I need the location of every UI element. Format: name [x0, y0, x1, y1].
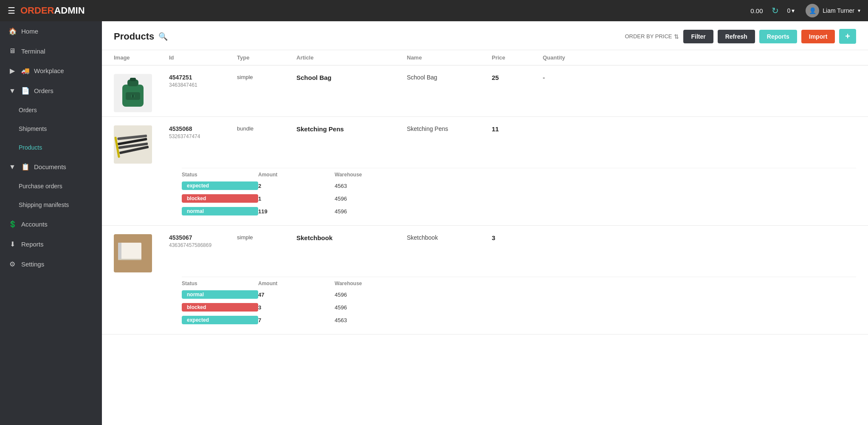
app-logo: ORDERADMIN — [20, 5, 85, 16]
stock-warehouse: 4596 — [335, 292, 411, 298]
product-subid: 53263747474 — [169, 133, 237, 139]
col-price: Price — [492, 54, 543, 61]
orders-expand-icon: ▼ — [8, 87, 16, 95]
expand-icon: ▶ — [8, 67, 16, 75]
stock-warehouse: 4596 — [335, 208, 411, 215]
svg-rect-14 — [118, 243, 121, 260]
product-type: bundle — [237, 125, 296, 132]
stock-col-warehouse: Warehouse — [335, 172, 411, 178]
product-article: Sketchbook — [296, 234, 407, 241]
product-quantity: - — [543, 74, 856, 82]
add-product-button[interactable]: + — [839, 29, 856, 44]
sidebar-item-shipments[interactable]: Shipments — [0, 119, 102, 138]
order-by-price-button[interactable]: ORDER BY PRICE ⇅ — [625, 33, 679, 40]
stock-rows: Status Amount Warehouse normal 47 4596 b… — [114, 277, 856, 334]
product-main-row: 4547251 3463847461 simple School Bag Sch… — [114, 65, 856, 116]
table-row: 4535068 53263747474 bundle Sketching Pen… — [102, 117, 868, 226]
stock-amount: 119 — [258, 208, 335, 215]
hamburger-icon[interactable]: ☰ — [8, 6, 15, 16]
product-article: School Bag — [296, 74, 407, 81]
stock-col-warehouse: Warehouse — [335, 280, 411, 286]
stock-col-amount: Amount — [258, 280, 335, 286]
product-subid: 3463847461 — [169, 82, 237, 88]
sidebar-item-label: Settings — [21, 261, 44, 268]
terminal-icon: 🖥 — [8, 47, 16, 55]
sidebar-item-accounts[interactable]: 💲 Accounts — [0, 214, 102, 234]
notifications-button[interactable]: 0 ▾ — [787, 7, 795, 14]
sidebar-item-documents[interactable]: ▼ 📋 Documents — [0, 157, 102, 177]
status-badge: normal — [182, 207, 258, 215]
col-article: Article — [296, 54, 407, 61]
app-body: 🏠 Home 🖥 Terminal ▶ 🚚 Workplace ▼ 📄 Orde… — [0, 21, 868, 425]
product-image — [114, 74, 152, 112]
table-row: 4535067 436367457586869 simple Sketchboo… — [102, 226, 868, 334]
svg-rect-2 — [130, 78, 136, 81]
settings-icon: ⚙ — [8, 260, 16, 268]
product-name: School Bag — [407, 74, 492, 81]
reports-icon: ⬇ — [8, 240, 16, 248]
sidebar: 🏠 Home 🖥 Terminal ▶ 🚚 Workplace ▼ 📄 Orde… — [0, 21, 102, 425]
filter-lines-icon: ⇅ — [674, 33, 679, 40]
stock-col-status: Status — [182, 280, 258, 286]
col-type: Type — [237, 54, 296, 61]
product-image — [114, 234, 152, 272]
product-name: Sketchbook — [407, 234, 492, 241]
filter-button[interactable]: Filter — [683, 30, 713, 43]
svg-rect-13 — [118, 243, 141, 260]
product-id: 4535068 — [169, 125, 237, 132]
import-button[interactable]: Import — [801, 30, 835, 43]
sidebar-item-workplace[interactable]: ▶ 🚚 Workplace — [0, 61, 102, 81]
stock-rows: Status Amount Warehouse expected 2 4563 … — [114, 168, 856, 225]
status-badge: blocked — [182, 303, 258, 312]
documents-expand-icon: ▼ — [8, 163, 16, 171]
stock-amount: 47 — [258, 292, 335, 298]
product-main-row: 4535067 436367457586869 simple Sketchboo… — [114, 226, 856, 277]
product-id-block: 4547251 3463847461 — [169, 74, 237, 88]
stock-warehouse: 4596 — [335, 196, 411, 202]
sidebar-item-shipping-manifests[interactable]: Shipping manifests — [0, 196, 102, 214]
product-image — [114, 125, 152, 164]
refresh-button[interactable]: Refresh — [718, 30, 755, 43]
stock-row: normal 119 4596 — [182, 205, 856, 218]
sidebar-item-label: Orders — [34, 87, 54, 94]
product-main-row: 4535068 53263747474 bundle Sketching Pen… — [114, 117, 856, 168]
col-id: Id — [169, 54, 237, 61]
user-menu[interactable]: 👤 Liam Turner ▾ — [806, 4, 860, 17]
stock-amount: 7 — [258, 317, 335, 323]
main-content: Products 🔍 ORDER BY PRICE ⇅ Filter Refre… — [102, 21, 868, 425]
col-image: Image — [114, 54, 169, 61]
sidebar-item-settings[interactable]: ⚙ Settings — [0, 254, 102, 274]
product-price: 25 — [492, 74, 543, 81]
stock-row: blocked 3 4596 — [182, 301, 856, 314]
sidebar-item-label: Products — [19, 144, 42, 151]
sidebar-item-home[interactable]: 🏠 Home — [0, 21, 102, 41]
sidebar-item-label: Orders — [19, 107, 37, 113]
stock-warehouse: 4596 — [335, 304, 411, 311]
truck-icon: 🚚 — [21, 67, 29, 75]
table-header: Image Id Type Article Name Price Quantit… — [102, 50, 868, 65]
sidebar-item-orders-sub[interactable]: Orders — [0, 101, 102, 119]
status-badge: blocked — [182, 194, 258, 203]
sidebar-item-label: Accounts — [21, 221, 48, 228]
topnav-refresh-icon[interactable]: ↻ — [772, 6, 779, 16]
stock-warehouse: 4563 — [335, 317, 411, 323]
topnav: ☰ ORDERADMIN 0.00 ↻ 0 ▾ 👤 Liam Turner ▾ — [0, 0, 868, 21]
stock-header: Status Amount Warehouse — [182, 168, 856, 179]
sidebar-item-label: Workplace — [34, 67, 64, 74]
product-id-block: 4535068 53263747474 — [169, 125, 237, 139]
search-icon[interactable]: 🔍 — [158, 32, 168, 41]
sidebar-item-reports[interactable]: ⬇ Reports — [0, 234, 102, 254]
sidebar-item-purchase-orders[interactable]: Purchase orders — [0, 177, 102, 196]
sidebar-item-orders[interactable]: ▼ 📄 Orders — [0, 81, 102, 101]
svg-rect-5 — [132, 94, 134, 98]
reports-button[interactable]: Reports — [759, 30, 797, 43]
user-chevron-icon: ▾ — [858, 8, 860, 14]
sidebar-item-terminal[interactable]: 🖥 Terminal — [0, 41, 102, 61]
sidebar-item-label: Shipments — [19, 125, 47, 132]
sidebar-item-products[interactable]: Products — [0, 138, 102, 157]
product-id: 4535067 — [169, 234, 237, 241]
chevron-down-icon: ▾ — [792, 7, 795, 14]
product-article: Sketching Pens — [296, 125, 407, 133]
sidebar-item-label: Reports — [21, 241, 44, 248]
product-price: 11 — [492, 125, 543, 133]
